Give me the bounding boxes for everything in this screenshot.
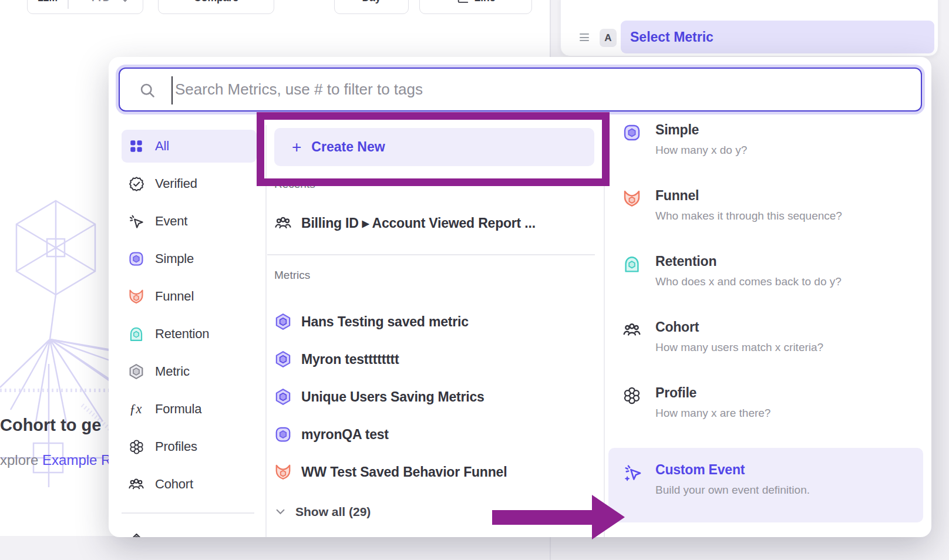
funnel-icon bbox=[622, 189, 641, 208]
date-range-segmented-control[interactable]: 12M YTD bbox=[27, 0, 143, 14]
sidebar-item-metric[interactable]: Metric bbox=[122, 355, 257, 388]
type-row-cohort[interactable]: Cohort How many users match x criteria? bbox=[608, 310, 923, 376]
sidebar-item-partial[interactable] bbox=[122, 524, 257, 537]
saved-metric-hexagon-icon bbox=[274, 350, 292, 368]
metric-hexagon-icon bbox=[128, 363, 144, 380]
empty-state-heading-fragment: Cohort to ge bbox=[0, 416, 109, 437]
sidebar-item-verified[interactable]: Verified bbox=[122, 167, 257, 200]
svg-text:ƒx: ƒx bbox=[129, 402, 142, 416]
row-letter-badge: A bbox=[600, 29, 617, 47]
type-row-funnel[interactable]: Funnel Who makes it through this sequenc… bbox=[608, 178, 923, 244]
metric-list-item[interactable]: Hans Testing saved metric bbox=[274, 305, 594, 338]
metric-list-item[interactable]: Unique Users Saving Metrics bbox=[274, 380, 594, 413]
profiles-flower-icon bbox=[622, 386, 641, 405]
empty-state-illustration bbox=[0, 194, 112, 490]
retention-icon bbox=[622, 255, 641, 274]
compare-label: Compare bbox=[194, 0, 238, 4]
cohort-people-icon bbox=[274, 214, 292, 232]
metric-picker-modal: All Verified Event Simple bbox=[109, 57, 931, 537]
profiles-flower-icon bbox=[128, 438, 144, 455]
line-label: Line bbox=[474, 0, 496, 4]
cohort-people-icon bbox=[128, 476, 144, 492]
type-row-profile[interactable]: Profile How many x are there? bbox=[608, 376, 923, 441]
sidebar-item-all[interactable]: All bbox=[122, 130, 257, 163]
line-chart-icon bbox=[456, 0, 469, 5]
show-all-toggle[interactable]: Show all (29) bbox=[276, 500, 511, 524]
grid-icon bbox=[128, 138, 144, 154]
saved-metric-hexagon-icon bbox=[274, 313, 292, 330]
simple-icon bbox=[128, 251, 144, 267]
segment-divider bbox=[68, 0, 69, 9]
simple-icon bbox=[622, 123, 641, 142]
granularity-day-button[interactable]: Day bbox=[334, 0, 409, 14]
tag-icon bbox=[128, 532, 144, 537]
chart-type-line-button[interactable]: Line bbox=[419, 0, 532, 14]
plus-icon: + bbox=[292, 139, 301, 156]
funnel-icon bbox=[128, 288, 144, 305]
sidebar-item-formula[interactable]: ƒx Formula bbox=[122, 393, 257, 426]
funnel-icon bbox=[274, 463, 292, 481]
range-12m-button[interactable]: 12M bbox=[28, 0, 68, 4]
chevron-down-icon bbox=[122, 0, 129, 2]
retention-icon bbox=[128, 326, 144, 342]
sidebar-item-event[interactable]: Event bbox=[122, 205, 257, 238]
text-cursor bbox=[171, 76, 173, 104]
example-reports-link[interactable]: Example R bbox=[42, 452, 109, 468]
compare-button[interactable]: Compare bbox=[158, 0, 274, 14]
verified-badge-icon bbox=[128, 176, 144, 192]
metric-list-item[interactable]: myronQA test bbox=[274, 418, 594, 451]
type-row-simple[interactable]: Simple How many x do y? bbox=[608, 113, 923, 178]
sidebar-separator bbox=[122, 512, 254, 514]
sidebar-column-divider bbox=[265, 125, 267, 537]
sidebar-item-cohort[interactable]: Cohort bbox=[122, 468, 257, 501]
create-new-button[interactable]: + Create New bbox=[274, 128, 594, 166]
metrics-header: Metrics bbox=[274, 269, 310, 282]
sidebar-item-profiles[interactable]: Profiles bbox=[122, 430, 257, 463]
sidebar-item-funnel[interactable]: Funnel bbox=[122, 280, 257, 313]
range-ytd-button[interactable]: YTD bbox=[79, 0, 120, 4]
event-cursor-icon bbox=[128, 213, 144, 230]
day-label: Day bbox=[362, 0, 381, 4]
chevron-down-icon bbox=[276, 509, 285, 515]
search-icon bbox=[139, 82, 156, 99]
metric-list-item[interactable]: Myron testttttttt bbox=[274, 343, 594, 376]
recents-separator bbox=[267, 254, 595, 255]
saved-metric-hexagon-icon bbox=[274, 388, 292, 406]
cohort-people-icon bbox=[622, 321, 641, 339]
sidebar-item-retention[interactable]: Retention bbox=[122, 318, 257, 350]
query-builder-row-card: A Select Metric bbox=[560, 0, 938, 56]
select-metric-chip[interactable]: Select Metric bbox=[621, 21, 934, 53]
simple-icon bbox=[274, 426, 292, 443]
search-input[interactable] bbox=[120, 69, 921, 110]
drag-handle-icon[interactable] bbox=[580, 33, 589, 43]
sidebar-item-simple[interactable]: Simple bbox=[122, 242, 257, 275]
type-row-retention[interactable]: Retention Who does x and comes back to d… bbox=[608, 244, 923, 310]
formula-fx-icon: ƒx bbox=[128, 401, 144, 417]
type-row-custom-event[interactable]: Custom Event Build your own event defini… bbox=[608, 448, 923, 522]
empty-state-subtext: xplore Example R bbox=[0, 452, 109, 471]
recent-item-row[interactable]: Billing ID ▸ Account Viewed Report ... bbox=[274, 207, 594, 239]
metric-list-item[interactable]: WW Test Saved Behavior Funnel bbox=[274, 456, 594, 488]
types-column-divider bbox=[604, 125, 605, 537]
recents-header: Recents bbox=[274, 178, 315, 191]
custom-event-icon bbox=[622, 463, 641, 482]
explore-text-fragment: xplore bbox=[0, 452, 38, 468]
search-field-wrap bbox=[119, 68, 922, 112]
